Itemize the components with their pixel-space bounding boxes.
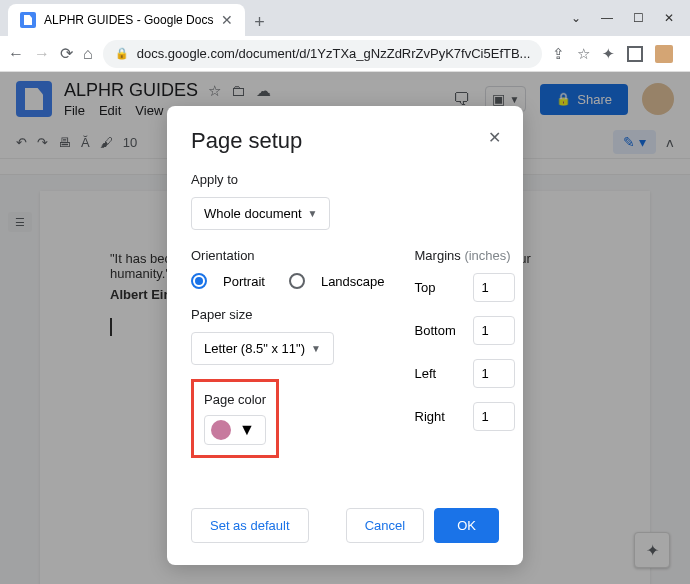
minimize-icon[interactable]: —	[601, 11, 613, 25]
margin-bottom-input[interactable]	[473, 316, 515, 345]
portrait-label: Portrait	[223, 274, 265, 289]
home-icon[interactable]: ⌂	[83, 45, 93, 63]
new-tab-button[interactable]: +	[245, 8, 273, 36]
cancel-button[interactable]: Cancel	[346, 508, 424, 543]
margin-top-input[interactable]	[473, 273, 515, 302]
margin-left-input[interactable]	[473, 359, 515, 388]
window-controls: ⌄ — ☐ ✕	[555, 0, 690, 36]
close-tab-icon[interactable]: ✕	[221, 12, 233, 28]
dialog-title: Page setup	[191, 128, 499, 154]
chevron-down-icon: ▼	[308, 208, 318, 219]
page-setup-dialog: Page setup ✕ Apply to Whole document ▼ O…	[167, 106, 523, 565]
url-input[interactable]: 🔒 docs.google.com/document/d/1YzTXa_gNzZ…	[103, 40, 543, 68]
browser-tab[interactable]: ALPHR GUIDES - Google Docs ✕	[8, 4, 245, 36]
lock-icon: 🔒	[115, 47, 129, 60]
paper-size-dropdown[interactable]: Letter (8.5" x 11") ▼	[191, 332, 334, 365]
page-color-label: Page color	[204, 392, 266, 407]
margins-label: Margins (inches)	[415, 248, 515, 263]
ok-button[interactable]: OK	[434, 508, 499, 543]
apply-to-dropdown[interactable]: Whole document ▼	[191, 197, 330, 230]
chevron-down-icon: ▼	[311, 343, 321, 354]
extension-square-icon[interactable]	[627, 46, 643, 62]
bookmark-icon[interactable]: ☆	[577, 45, 590, 63]
paper-size-label: Paper size	[191, 307, 385, 322]
orientation-label: Orientation	[191, 248, 385, 263]
apply-to-label: Apply to	[191, 172, 499, 187]
color-swatch	[211, 420, 231, 440]
profile-extension-icon[interactable]	[655, 45, 673, 63]
page-color-dropdown[interactable]: ▼	[204, 415, 266, 445]
modal-overlay[interactable]: Page setup ✕ Apply to Whole document ▼ O…	[0, 72, 690, 584]
close-dialog-icon[interactable]: ✕	[488, 128, 501, 147]
share-page-icon[interactable]: ⇪	[552, 45, 565, 63]
forward-icon: →	[34, 45, 50, 63]
margin-bottom-label: Bottom	[415, 323, 463, 338]
address-bar: ← → ⟳ ⌂ 🔒 docs.google.com/document/d/1Yz…	[0, 36, 690, 72]
margin-top-label: Top	[415, 280, 463, 295]
portrait-radio[interactable]	[191, 273, 207, 289]
close-window-icon[interactable]: ✕	[664, 11, 674, 25]
margin-left-label: Left	[415, 366, 463, 381]
reload-icon[interactable]: ⟳	[60, 44, 73, 63]
browser-chrome: ALPHR GUIDES - Google Docs ✕ + ⌄ — ☐ ✕ ←…	[0, 0, 690, 72]
browser-menu-icon[interactable]: ⋮	[685, 45, 690, 63]
maximize-icon[interactable]: ☐	[633, 11, 644, 25]
extensions-icon[interactable]	[602, 45, 615, 63]
docs-favicon	[20, 12, 36, 28]
margin-right-label: Right	[415, 409, 463, 424]
chrome-chevron-icon[interactable]: ⌄	[571, 11, 581, 25]
back-icon[interactable]: ←	[8, 45, 24, 63]
landscape-radio[interactable]	[289, 273, 305, 289]
margin-right-input[interactable]	[473, 402, 515, 431]
chevron-down-icon: ▼	[239, 421, 255, 439]
tab-title: ALPHR GUIDES - Google Docs	[44, 13, 213, 27]
landscape-label: Landscape	[321, 274, 385, 289]
browser-actions: ⇪ ☆ ⋮	[552, 45, 690, 63]
url-text: docs.google.com/document/d/1YzTXa_gNzZdR…	[137, 46, 531, 61]
set-default-button[interactable]: Set as default	[191, 508, 309, 543]
page-color-highlight: Page color ▼	[191, 379, 279, 458]
